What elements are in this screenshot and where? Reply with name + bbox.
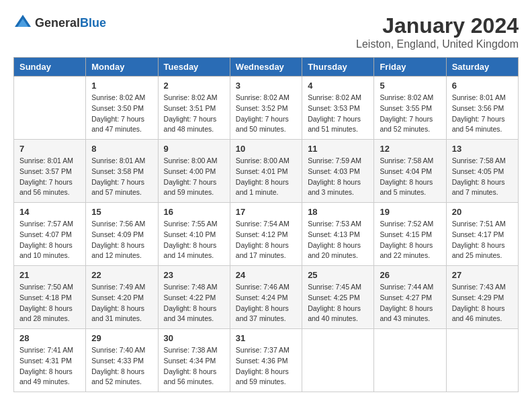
day-info: Sunrise: 7:50 AM Sunset: 4:18 PM Dayligh… [19, 282, 80, 324]
day-number: 10 [236, 144, 296, 154]
calendar-cell: 20Sunrise: 7:51 AM Sunset: 4:17 PM Dayli… [446, 203, 518, 266]
day-info: Sunrise: 7:53 AM Sunset: 4:13 PM Dayligh… [308, 219, 368, 261]
calendar-week-row: 14Sunrise: 7:57 AM Sunset: 4:07 PM Dayli… [14, 203, 519, 266]
day-info: Sunrise: 7:49 AM Sunset: 4:20 PM Dayligh… [91, 282, 152, 324]
calendar-cell: 22Sunrise: 7:49 AM Sunset: 4:20 PM Dayli… [86, 266, 158, 329]
day-number: 28 [19, 333, 80, 343]
day-info: Sunrise: 7:44 AM Sunset: 4:27 PM Dayligh… [380, 282, 440, 324]
day-info: Sunrise: 7:40 AM Sunset: 4:33 PM Dayligh… [91, 345, 152, 387]
calendar-title: January 2024 [356, 13, 519, 38]
day-number: 7 [19, 144, 80, 154]
calendar-week-row: 21Sunrise: 7:50 AM Sunset: 4:18 PM Dayli… [14, 266, 519, 329]
day-number: 21 [19, 270, 80, 280]
calendar-cell [302, 329, 374, 392]
day-number: 9 [164, 144, 224, 154]
day-info: Sunrise: 8:01 AM Sunset: 3:56 PM Dayligh… [452, 93, 513, 135]
weekday-header-sunday: Sunday [14, 58, 86, 77]
day-info: Sunrise: 8:01 AM Sunset: 3:58 PM Dayligh… [91, 156, 152, 198]
weekday-header-tuesday: Tuesday [158, 58, 230, 77]
day-number: 22 [91, 270, 152, 280]
calendar-week-row: 7Sunrise: 8:01 AM Sunset: 3:57 PM Daylig… [14, 140, 519, 203]
day-number: 17 [236, 207, 296, 217]
calendar-cell: 19Sunrise: 7:52 AM Sunset: 4:15 PM Dayli… [374, 203, 446, 266]
calendar-cell: 17Sunrise: 7:54 AM Sunset: 4:12 PM Dayli… [230, 203, 302, 266]
day-number: 6 [452, 81, 513, 91]
weekday-header-thursday: Thursday [302, 58, 374, 77]
day-info: Sunrise: 7:58 AM Sunset: 4:04 PM Dayligh… [380, 156, 440, 198]
day-info: Sunrise: 7:54 AM Sunset: 4:12 PM Dayligh… [236, 219, 296, 261]
calendar-subtitle: Leiston, England, United Kingdom [356, 38, 519, 50]
calendar-week-row: 1Sunrise: 8:02 AM Sunset: 3:50 PM Daylig… [14, 77, 519, 140]
calendar-cell: 18Sunrise: 7:53 AM Sunset: 4:13 PM Dayli… [302, 203, 374, 266]
day-info: Sunrise: 8:00 AM Sunset: 4:00 PM Dayligh… [164, 156, 224, 198]
weekday-header-monday: Monday [86, 58, 158, 77]
day-number: 2 [164, 81, 224, 91]
day-info: Sunrise: 8:02 AM Sunset: 3:52 PM Dayligh… [236, 93, 296, 135]
day-number: 12 [380, 144, 440, 154]
day-number: 30 [164, 333, 224, 343]
weekday-header-friday: Friday [374, 58, 446, 77]
day-number: 20 [452, 207, 513, 217]
day-number: 4 [308, 81, 368, 91]
day-info: Sunrise: 8:02 AM Sunset: 3:51 PM Dayligh… [164, 93, 224, 135]
day-info: Sunrise: 7:41 AM Sunset: 4:31 PM Dayligh… [19, 345, 80, 387]
calendar-cell: 31Sunrise: 7:37 AM Sunset: 4:36 PM Dayli… [230, 329, 302, 392]
calendar-cell: 28Sunrise: 7:41 AM Sunset: 4:31 PM Dayli… [14, 329, 86, 392]
day-info: Sunrise: 7:48 AM Sunset: 4:22 PM Dayligh… [164, 282, 224, 324]
day-info: Sunrise: 8:02 AM Sunset: 3:50 PM Dayligh… [91, 93, 152, 135]
day-number: 19 [380, 207, 440, 217]
day-info: Sunrise: 7:52 AM Sunset: 4:15 PM Dayligh… [380, 219, 440, 261]
calendar-cell: 14Sunrise: 7:57 AM Sunset: 4:07 PM Dayli… [14, 203, 86, 266]
day-number: 15 [91, 207, 152, 217]
day-number: 29 [91, 333, 152, 343]
calendar-cell [446, 329, 518, 392]
day-number: 23 [164, 270, 224, 280]
calendar-cell: 26Sunrise: 7:44 AM Sunset: 4:27 PM Dayli… [374, 266, 446, 329]
day-number: 3 [236, 81, 296, 91]
day-number: 8 [91, 144, 152, 154]
day-info: Sunrise: 7:45 AM Sunset: 4:25 PM Dayligh… [308, 282, 368, 324]
title-block: January 2024 Leiston, England, United Ki… [356, 13, 519, 50]
calendar-week-row: 28Sunrise: 7:41 AM Sunset: 4:31 PM Dayli… [14, 329, 519, 392]
calendar-cell: 12Sunrise: 7:58 AM Sunset: 4:04 PM Dayli… [374, 140, 446, 203]
logo: GeneralBlue [13, 13, 106, 32]
day-info: Sunrise: 7:38 AM Sunset: 4:34 PM Dayligh… [164, 345, 224, 387]
day-info: Sunrise: 8:01 AM Sunset: 3:57 PM Dayligh… [19, 156, 80, 198]
logo-icon [13, 13, 32, 32]
calendar-cell: 6Sunrise: 8:01 AM Sunset: 3:56 PM Daylig… [446, 77, 518, 140]
calendar-cell: 7Sunrise: 8:01 AM Sunset: 3:57 PM Daylig… [14, 140, 86, 203]
day-info: Sunrise: 8:00 AM Sunset: 4:01 PM Dayligh… [236, 156, 296, 198]
day-number: 5 [380, 81, 440, 91]
weekday-header-saturday: Saturday [446, 58, 518, 77]
logo-text-general: General [35, 16, 80, 30]
day-number: 18 [308, 207, 368, 217]
calendar-cell: 30Sunrise: 7:38 AM Sunset: 4:34 PM Dayli… [158, 329, 230, 392]
day-number: 16 [164, 207, 224, 217]
weekday-header-row: SundayMondayTuesdayWednesdayThursdayFrid… [14, 58, 519, 77]
day-info: Sunrise: 7:43 AM Sunset: 4:29 PM Dayligh… [452, 282, 513, 324]
day-number: 13 [452, 144, 513, 154]
day-info: Sunrise: 7:56 AM Sunset: 4:09 PM Dayligh… [91, 219, 152, 261]
calendar-cell: 23Sunrise: 7:48 AM Sunset: 4:22 PM Dayli… [158, 266, 230, 329]
calendar-cell: 11Sunrise: 7:59 AM Sunset: 4:03 PM Dayli… [302, 140, 374, 203]
calendar-cell: 8Sunrise: 8:01 AM Sunset: 3:58 PM Daylig… [86, 140, 158, 203]
calendar-cell: 5Sunrise: 8:02 AM Sunset: 3:55 PM Daylig… [374, 77, 446, 140]
day-info: Sunrise: 8:02 AM Sunset: 3:55 PM Dayligh… [380, 93, 440, 135]
day-info: Sunrise: 7:51 AM Sunset: 4:17 PM Dayligh… [452, 219, 513, 261]
day-info: Sunrise: 7:46 AM Sunset: 4:24 PM Dayligh… [236, 282, 296, 324]
calendar-cell: 2Sunrise: 8:02 AM Sunset: 3:51 PM Daylig… [158, 77, 230, 140]
day-number: 27 [452, 270, 513, 280]
calendar-cell: 27Sunrise: 7:43 AM Sunset: 4:29 PM Dayli… [446, 266, 518, 329]
day-info: Sunrise: 7:37 AM Sunset: 4:36 PM Dayligh… [236, 345, 296, 387]
day-info: Sunrise: 7:58 AM Sunset: 4:05 PM Dayligh… [452, 156, 513, 198]
calendar-cell [374, 329, 446, 392]
day-number: 31 [236, 333, 296, 343]
calendar-cell: 4Sunrise: 8:02 AM Sunset: 3:53 PM Daylig… [302, 77, 374, 140]
calendar-cell [14, 77, 86, 140]
calendar-cell: 16Sunrise: 7:55 AM Sunset: 4:10 PM Dayli… [158, 203, 230, 266]
weekday-header-wednesday: Wednesday [230, 58, 302, 77]
day-info: Sunrise: 8:02 AM Sunset: 3:53 PM Dayligh… [308, 93, 368, 135]
page-header: GeneralBlue January 2024 Leiston, Englan… [13, 13, 519, 50]
day-number: 24 [236, 270, 296, 280]
day-number: 14 [19, 207, 80, 217]
